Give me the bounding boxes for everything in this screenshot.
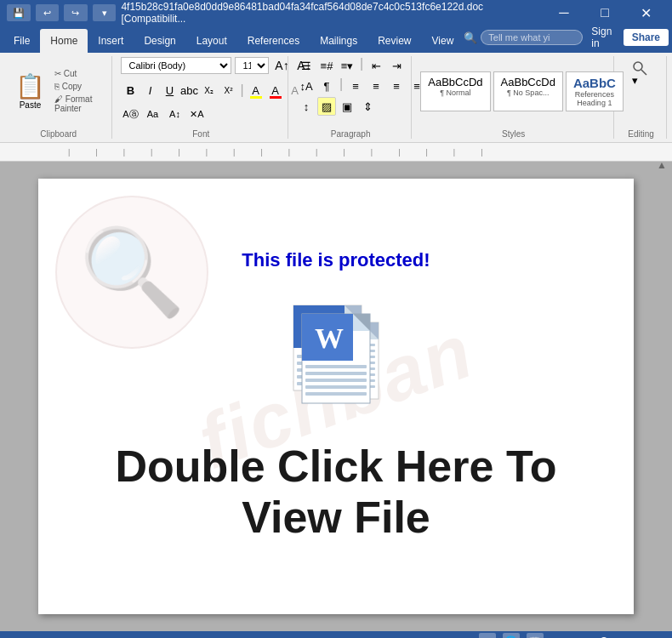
print-layout-btn[interactable]: ▣: [479, 633, 496, 638]
svg-rect-30: [305, 379, 367, 382]
read-mode-btn[interactable]: 📖: [527, 633, 544, 638]
title-bar-left: 💾 ↩ ↪ ▾ 4f15b28c91fa0e8d0dd9e86481bad04f…: [7, 1, 544, 25]
align-center-btn[interactable]: ≡: [367, 77, 385, 95]
underline-button[interactable]: U: [160, 81, 179, 100]
styles-content: AaBbCcDd ¶ Normal AaBbCcDd ¶ No Spac... …: [420, 56, 645, 126]
font-size-select[interactable]: 11: [235, 57, 269, 74]
editing-group: Editing: [616, 56, 667, 139]
page-content: This file is protected! W: [38, 215, 634, 578]
svg-rect-28: [305, 365, 367, 368]
share-button[interactable]: Share: [624, 29, 669, 46]
tab-file[interactable]: File: [3, 29, 40, 53]
tab-insert[interactable]: Insert: [88, 29, 134, 53]
document-page[interactable]: 🔍 fichban This file is protected! W: [38, 179, 634, 614]
show-hide-btn[interactable]: ¶: [317, 77, 336, 95]
decrease-indent-btn[interactable]: ⇤: [367, 56, 385, 75]
svg-rect-32: [305, 392, 367, 396]
quick-access-btn[interactable]: ▾: [93, 4, 117, 21]
numbered-list-btn[interactable]: ≡#: [317, 56, 336, 75]
paste-label: Paste: [20, 100, 42, 110]
svg-text:W: W: [315, 322, 344, 354]
italic-button[interactable]: I: [140, 81, 159, 100]
multilevel-list-btn[interactable]: ≡▾: [338, 56, 356, 75]
strikethrough-button[interactable]: abc: [179, 81, 198, 100]
bold-button[interactable]: B: [121, 81, 140, 100]
change-case-btn[interactable]: Aa: [143, 105, 162, 123]
align-left-btn[interactable]: ≡: [346, 77, 365, 95]
svg-line-1: [641, 70, 646, 75]
web-layout-btn[interactable]: 🌐: [503, 633, 520, 638]
format-painter-button[interactable]: 🖌 Format Painter: [52, 94, 105, 114]
border-btn[interactable]: ▣: [338, 97, 356, 116]
tab-view[interactable]: View: [422, 29, 464, 53]
tab-layout[interactable]: Layout: [186, 29, 237, 53]
editing-label: Editing: [623, 126, 659, 139]
ribbon-toolbar: 📋 Paste ✂ Cut ⎘ Copy 🖌 Format Painter Cl…: [0, 53, 672, 143]
font-scale-btn[interactable]: Aⓐ: [121, 105, 140, 123]
font-row-2: Aⓐ Aa A↕ ✕A: [121, 105, 206, 123]
undo-btn[interactable]: ↩: [36, 4, 60, 21]
line-spacing-btn[interactable]: ↕: [297, 97, 316, 116]
paragraph-label: Paragraph: [297, 126, 404, 139]
tell-me-box[interactable]: 🔍: [464, 30, 583, 45]
maximize-btn[interactable]: □: [585, 0, 624, 26]
clipboard-content: 📋 Paste ✂ Cut ⎘ Copy 🖌 Format Painter: [12, 56, 105, 126]
svg-point-0: [634, 62, 642, 71]
para-spacing-btn[interactable]: ⇕: [358, 97, 377, 116]
shading-btn[interactable]: ▨: [317, 97, 336, 116]
search-icon[interactable]: [623, 56, 657, 80]
paste-button[interactable]: 📋 Paste: [12, 69, 48, 113]
clear-formatting-btn[interactable]: ✕A: [187, 105, 206, 123]
clipboard-group: 📋 Paste ✂ Cut ⎘ Copy 🖌 Format Painter Cl…: [5, 56, 112, 139]
close-btn[interactable]: ✕: [626, 0, 665, 26]
style-normal[interactable]: AaBbCcDd ¶ Normal: [420, 71, 490, 111]
word-doc-icon: W: [285, 297, 387, 416]
tab-references[interactable]: References: [237, 29, 310, 53]
cut-button[interactable]: ✂ Cut: [52, 68, 105, 79]
big-text: Double Click Here To View File: [72, 441, 600, 544]
title-filename: 4f15b28c91fa0e8d0dd9e86481bad04fa34fcaf5…: [121, 1, 544, 25]
sort-btn[interactable]: ↕A: [297, 77, 316, 95]
tab-review[interactable]: Review: [367, 29, 421, 53]
paragraph-content: ☰ ≡# ≡▾ | ⇤ ⇥ ↕A ¶ | ≡ ≡ ≡ ≡ ↕ ▨ ▣ ⇕: [297, 56, 426, 126]
editing-content: [623, 56, 657, 126]
styles-group: AaBbCcDd ¶ Normal AaBbCcDd ¶ No Spac... …: [413, 56, 614, 139]
font-shrink-btn[interactable]: A↕: [165, 105, 184, 123]
minimize-btn[interactable]: ─: [544, 0, 584, 26]
status-right: ▣ 🌐 📖 − + 100%: [479, 633, 663, 638]
clipboard-label: Clipboard: [12, 126, 105, 139]
status-bar: Page 1 of 1 4 words ✓ English (United St…: [0, 631, 672, 638]
document-area: 🔍 fichban This file is protected! W: [0, 162, 672, 631]
format-buttons: B I U abc X₂ X² | A A A: [121, 81, 304, 100]
font-name-select[interactable]: Calibri (Body): [121, 57, 231, 74]
font-color-btn[interactable]: A: [266, 81, 285, 100]
paragraph-group: ☰ ≡# ≡▾ | ⇤ ⇥ ↕A ¶ | ≡ ≡ ≡ ≡ ↕ ▨ ▣ ⇕: [290, 56, 412, 139]
ruler: || || || || || || || ||: [0, 143, 672, 162]
subscript-button[interactable]: X₂: [199, 81, 218, 100]
style-no-spacing[interactable]: AaBbCcDd ¶ No Spac...: [493, 71, 563, 111]
redo-btn[interactable]: ↪: [64, 4, 88, 21]
tab-design[interactable]: Design: [134, 29, 185, 53]
font-group: Calibri (Body) 11 A↑ A↓ B I U abc X₂ X² …: [114, 56, 288, 139]
ribbon-tabs: File Home Insert Design Layout Reference…: [0, 26, 672, 53]
increase-font-btn[interactable]: A↑: [272, 56, 291, 75]
tell-me-input[interactable]: [481, 30, 583, 45]
sign-in-button[interactable]: Sign in: [586, 24, 619, 51]
protected-text: This file is protected!: [242, 249, 430, 271]
ribbon-right-actions: 🔍 Sign in Share: [464, 24, 669, 53]
save-btn[interactable]: 💾: [7, 4, 31, 21]
copy-button[interactable]: ⎘ Copy: [52, 81, 105, 92]
tab-home[interactable]: Home: [40, 29, 88, 53]
spacing-buttons: ↕ ▨ ▣ ⇕: [297, 97, 377, 116]
superscript-button[interactable]: X²: [219, 81, 237, 100]
svg-rect-31: [305, 385, 367, 389]
increase-indent-btn[interactable]: ⇥: [387, 56, 406, 75]
paste-icon: 📋: [15, 72, 45, 100]
text-highlight-btn[interactable]: A: [247, 81, 265, 100]
clipboard-small-buttons: ✂ Cut ⎘ Copy 🖌 Format Painter: [52, 68, 105, 114]
ruler-marks: || || || || || || || ||: [68, 148, 483, 157]
bullets-btn[interactable]: ☰: [297, 56, 316, 75]
tab-mailings[interactable]: Mailings: [310, 29, 367, 53]
style-heading1[interactable]: AaBbC References Heading 1: [566, 71, 624, 111]
align-right-btn[interactable]: ≡: [387, 77, 406, 95]
